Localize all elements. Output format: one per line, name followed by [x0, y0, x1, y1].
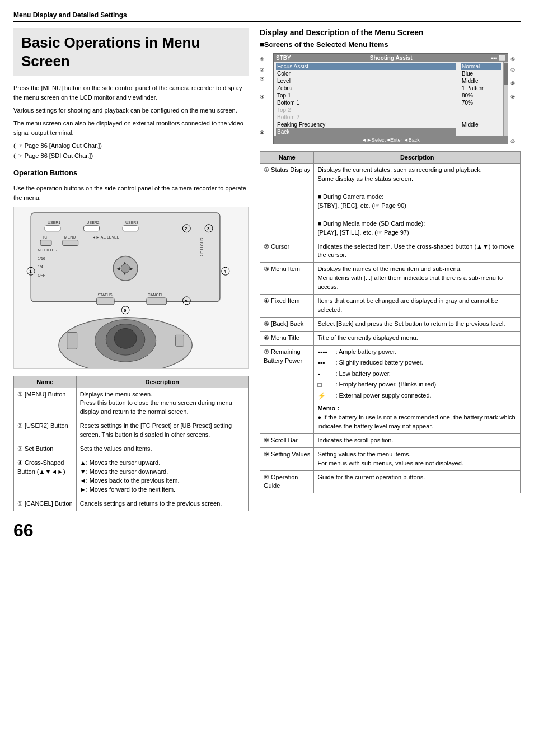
desc-row-7-desc: ▪▪▪▪: Ample battery power. ▪▪▪: Slightly…	[314, 345, 521, 433]
menu-item-top2: Top 2	[276, 106, 456, 114]
battery-empty-icon: □	[317, 380, 333, 390]
desc-row-8-name: ⑧ Scroll Bar	[260, 433, 314, 447]
left-column: Basic Operations in Menu Screen Press th…	[13, 28, 249, 541]
scroll-bar	[503, 62, 508, 136]
ref2: ( ☞ Page 86 [SDI Out Char.])	[13, 151, 249, 161]
svg-text:STATUS: STATUS	[97, 292, 113, 296]
svg-text:SHUTTER: SHUTTER	[200, 237, 204, 256]
svg-text:6: 6	[124, 307, 127, 312]
camera-diagram: USER1 USER2 USER3 SHUTTER TC MENU ◄► AE …	[13, 207, 249, 369]
desc-row-8-desc: Indicates the scroll position.	[314, 433, 521, 447]
menu-item-top1: Top 1	[276, 92, 456, 99]
memo-title: Memo：	[317, 405, 341, 412]
menu-items-left: Focus Assist Color Level Zebra Top 1 Bot…	[274, 62, 458, 136]
svg-rect-10	[40, 240, 51, 245]
menu-screen-box: STBY Shooting Assist ▪▪▪ ⬜ Focus Assist …	[273, 53, 508, 144]
svg-text:4: 4	[224, 269, 227, 274]
svg-text:USER1: USER1	[48, 220, 60, 224]
table-row: ② [USER2] Button Resets settings in the …	[14, 419, 249, 442]
battery-half-icon: ▪	[317, 370, 333, 379]
menu-battery-icon: ▪▪▪ ⬜	[491, 55, 505, 61]
table-row: ① [MENU] Button Displays the menu screen…	[14, 388, 249, 419]
menu-val-80: 80%	[461, 92, 501, 99]
menu-val-empty3	[461, 128, 501, 136]
desc-row-9-name: ⑨ Setting Values	[260, 447, 314, 470]
table-row: ⑧ Scroll Bar Indicates the scroll positi…	[260, 433, 521, 447]
desc-table-desc-header: Description	[314, 152, 521, 164]
page-number: 66	[13, 520, 249, 541]
desc-row-5-name: ⑤ [Back] Back	[260, 318, 314, 332]
battery-full-icon: ▪▪▪▪	[317, 348, 333, 357]
ref1: ( ☞ Page 86 [Analog Out Char.])	[13, 141, 249, 151]
op-row-5-name: ⑤ [CANCEL] Button	[14, 497, 77, 511]
desc-table-name-header: Name	[260, 152, 314, 164]
desc-row-6-name: ⑥ Menu Title	[260, 332, 314, 346]
op-row-4-desc: ▲: Moves the cursor upward.▼: Moves the …	[76, 456, 248, 497]
svg-rect-11	[63, 240, 78, 245]
menu-val-empty1	[461, 106, 501, 114]
desc-row-3-desc: Displays the names of the menu item and …	[314, 263, 521, 295]
scroll-thumb	[504, 63, 508, 85]
menu-item-peaking: Peaking Frequency	[276, 121, 456, 128]
menu-val-70: 70%	[461, 99, 501, 106]
table-row: ③ Set Button Sets the values and items.	[14, 442, 249, 456]
svg-rect-4	[45, 225, 60, 231]
op-row-3-name: ③ Set Button	[14, 442, 77, 456]
callout-labels: ① ② ③ ④ ⑤	[260, 53, 272, 137]
menu-item-bottom2: Bottom 2	[276, 114, 456, 121]
callout-labels-right: ⑥ ⑦ ⑧ ⑨ ⑩	[510, 53, 521, 146]
table-row: ⑩ OperationGuide Guide for the current o…	[260, 470, 521, 493]
desc-row-6-desc: Title of the currently displayed menu.	[314, 332, 521, 346]
menu-nav-hint: ◄►Select ●Enter ◄Back	[274, 136, 508, 144]
desc-row-5-desc: Select [Back] and press the Set button t…	[314, 318, 521, 332]
header-title: Menu Display and Detailed Settings	[13, 11, 127, 19]
svg-text:ND FILTER: ND FILTER	[38, 248, 57, 252]
desc-row-9-desc: Setting values for the menu items.For me…	[314, 447, 521, 470]
battery-ext-icon: ⚡	[317, 391, 333, 401]
table-row: ③ Menu Item Displays the names of the me…	[260, 263, 521, 295]
desc-row-4-name: ④ Fixed Item	[260, 295, 314, 318]
operation-table: Name Description ① [MENU] Button Display…	[13, 376, 249, 511]
table-row: ⑥ Menu Title Title of the currently disp…	[260, 332, 521, 346]
op-row-3-desc: Sets the values and items.	[76, 442, 248, 456]
svg-text:5: 5	[185, 298, 188, 303]
right-section-title: Display and Description of the Menu Scre…	[260, 28, 521, 37]
table-row: ② Cursor Indicates the selected item. Us…	[260, 240, 521, 263]
menu-stby: STBY	[276, 55, 291, 61]
menu-val-middle: Middle	[461, 77, 501, 85]
menu-item-zebra: Zebra	[276, 85, 456, 92]
menu-item-color: Color	[276, 70, 456, 77]
desc-row-7-name: ⑦ RemainingBattery Power	[260, 345, 314, 433]
menu-title-text: Shooting Assist	[370, 55, 413, 61]
op-buttons-desc: Use the operation buttons on the side co…	[13, 184, 249, 203]
svg-rect-43	[67, 332, 77, 349]
svg-text:TC: TC	[42, 235, 47, 239]
battery-half-text: : Low battery power.	[335, 370, 390, 379]
desc-row-1-name: ① Status Display	[260, 164, 314, 240]
op-row-1-name: ① [MENU] Button	[14, 388, 77, 419]
menu-val-1pattern: 1 Pattern	[461, 85, 501, 92]
svg-text:1: 1	[29, 269, 32, 274]
desc-row-10-desc: Guide for the current operation buttons.	[314, 470, 521, 493]
table-row: ④ Cross-ShapedButton (▲▼◄►) ▲: Moves the…	[14, 456, 249, 497]
svg-text:USER3: USER3	[125, 220, 138, 224]
menu-item-back: Back	[276, 128, 456, 136]
op-table-desc-header: Description	[76, 376, 248, 388]
table-row: ① Status Display Displays the current st…	[260, 164, 521, 240]
desc-row-2-name: ② Cursor	[260, 240, 314, 263]
menu-item-bottom1: Bottom 1	[276, 99, 456, 106]
op-row-5-desc: Cancels settings and returns to the prev…	[76, 497, 248, 511]
svg-text:◄: ◄	[115, 265, 121, 272]
svg-rect-22	[96, 297, 114, 304]
svg-text:2: 2	[185, 226, 188, 231]
menu-val-empty2	[461, 114, 501, 121]
svg-text:CANCEL: CANCEL	[148, 292, 163, 296]
op-row-4-name: ④ Cross-ShapedButton (▲▼◄►)	[14, 456, 77, 497]
menu-title-bar: STBY Shooting Assist ▪▪▪ ⬜	[274, 54, 508, 62]
op-row-2-name: ② [USER2] Button	[14, 419, 77, 442]
op-row-1-desc: Displays the menu screen.Press this butt…	[76, 388, 248, 419]
desc-row-4-desc: Items that cannot be changed are display…	[314, 295, 521, 318]
menu-items-right: Normal Blue Middle 1 Pattern 80% 70% Mid…	[458, 62, 503, 136]
svg-text:USER2: USER2	[87, 220, 100, 224]
menu-item-focus-assist: Focus Assist	[276, 63, 456, 70]
